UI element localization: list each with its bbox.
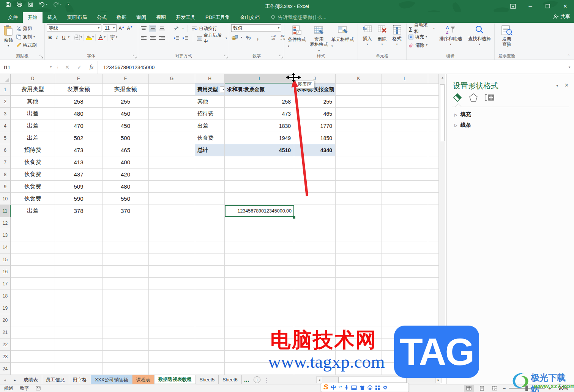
grid-cell[interactable]: 255 bbox=[102, 96, 149, 108]
grid-cell[interactable]: 378 bbox=[55, 205, 102, 217]
sheet-tab-Sheet5[interactable]: Sheet5 bbox=[196, 375, 219, 384]
grid-cell[interactable] bbox=[336, 278, 382, 290]
grid-cell[interactable] bbox=[428, 278, 439, 290]
grid-cell[interactable] bbox=[102, 229, 149, 241]
grid-cell[interactable] bbox=[149, 193, 195, 205]
grid-cell[interactable] bbox=[149, 302, 195, 314]
grid-cell[interactable] bbox=[428, 253, 439, 266]
grid-cell[interactable] bbox=[102, 363, 149, 375]
row-header-18[interactable]: 18 bbox=[0, 290, 11, 302]
grid-cell[interactable] bbox=[102, 338, 149, 351]
select-all-corner[interactable] bbox=[0, 74, 11, 83]
column-header-L[interactable]: L bbox=[382, 74, 428, 83]
row-header-6[interactable]: 6 bbox=[0, 144, 11, 156]
grid-cell[interactable] bbox=[55, 302, 102, 314]
row-header-16[interactable]: 16 bbox=[0, 266, 11, 278]
insert-function-button[interactable]: fx bbox=[85, 61, 98, 74]
font-size-select[interactable]: 11▾ bbox=[103, 24, 117, 32]
column-header-I[interactable]: I bbox=[225, 74, 294, 83]
format-painter-button[interactable]: 格式刷 bbox=[16, 41, 36, 49]
grid-cell[interactable] bbox=[294, 229, 336, 241]
grid-cell[interactable] bbox=[55, 241, 102, 253]
grid-cell[interactable]: 500 bbox=[102, 132, 149, 144]
grid-cell[interactable] bbox=[149, 156, 195, 168]
grid-cell[interactable] bbox=[382, 144, 428, 156]
grid-cell[interactable] bbox=[102, 314, 149, 326]
pane-close-button[interactable]: ✕ bbox=[565, 82, 569, 88]
borders-button[interactable] bbox=[74, 33, 80, 41]
grid-cell[interactable] bbox=[55, 351, 102, 363]
grid-cell[interactable] bbox=[149, 338, 195, 351]
grid-cell[interactable] bbox=[149, 132, 195, 144]
grid-cell[interactable] bbox=[336, 302, 382, 314]
grid-cell[interactable] bbox=[195, 193, 225, 205]
grid-cell[interactable] bbox=[336, 266, 382, 278]
grid-cell[interactable] bbox=[225, 217, 294, 229]
grid-cell[interactable] bbox=[428, 168, 439, 181]
grid-cell[interactable] bbox=[336, 217, 382, 229]
grid-cell[interactable] bbox=[149, 205, 195, 217]
merge-center-button[interactable]: 合并后居中 ▾ bbox=[197, 34, 227, 43]
grid-cell[interactable] bbox=[428, 290, 439, 302]
grid-cell[interactable] bbox=[428, 156, 439, 168]
grid-cell[interactable] bbox=[225, 314, 294, 326]
grid-cell[interactable]: 590 bbox=[55, 193, 102, 205]
grid-cell[interactable]: 1830 bbox=[225, 120, 294, 132]
row-header-17[interactable]: 17 bbox=[0, 278, 11, 290]
vertical-scroll-thumb[interactable] bbox=[440, 84, 445, 141]
horizontal-scroll-thumb[interactable] bbox=[338, 377, 407, 383]
grid-cell[interactable] bbox=[428, 83, 439, 96]
row-header-4[interactable]: 4 bbox=[0, 120, 11, 132]
grid-cell[interactable]: 509 bbox=[55, 181, 102, 193]
orientation-button[interactable]: ab bbox=[173, 25, 180, 32]
grid-cell[interactable] bbox=[149, 168, 195, 181]
grid-cell[interactable] bbox=[149, 314, 195, 326]
grid-cell[interactable] bbox=[149, 326, 195, 338]
increase-indent-button[interactable] bbox=[182, 35, 189, 42]
column-header-F[interactable]: F bbox=[102, 74, 149, 83]
grid-cell[interactable] bbox=[336, 168, 382, 181]
grid-cell[interactable]: 480 bbox=[102, 181, 149, 193]
shrink-font-button[interactable]: A▼ bbox=[126, 24, 133, 32]
font-dialog-launcher[interactable] bbox=[133, 55, 137, 59]
bold-button[interactable]: B bbox=[47, 33, 54, 41]
grid-cell[interactable] bbox=[428, 314, 439, 326]
grid-cell[interactable] bbox=[336, 144, 382, 156]
grid-cell[interactable] bbox=[382, 168, 428, 181]
ime-keyboard-icon[interactable] bbox=[351, 386, 357, 390]
grid-cell[interactable] bbox=[102, 326, 149, 338]
middle-align-button[interactable] bbox=[149, 25, 156, 32]
alignment-dialog-launcher[interactable] bbox=[224, 55, 228, 59]
grid-cell[interactable] bbox=[428, 241, 439, 253]
ribbon-tab-公式[interactable]: 公式 bbox=[92, 12, 112, 23]
grid-cell[interactable] bbox=[294, 253, 336, 266]
sheet-tab-员工信息[interactable]: 员工信息 bbox=[42, 375, 69, 384]
grid-cell[interactable] bbox=[11, 351, 55, 363]
grid-cell[interactable]: 费用类型▾ bbox=[195, 83, 225, 96]
grid-cell[interactable]: 出差 bbox=[195, 120, 225, 132]
grid-cell[interactable] bbox=[195, 229, 225, 241]
grid-cell[interactable] bbox=[336, 290, 382, 302]
column-header-H[interactable]: H bbox=[195, 74, 225, 83]
align-left-button[interactable] bbox=[140, 35, 147, 42]
grid-cell[interactable] bbox=[382, 156, 428, 168]
grid-cell[interactable] bbox=[336, 193, 382, 205]
grid-cell[interactable] bbox=[336, 132, 382, 144]
grid-cell[interactable] bbox=[336, 120, 382, 132]
grid-cell[interactable] bbox=[55, 217, 102, 229]
grid-cell[interactable] bbox=[336, 181, 382, 193]
grid-cell[interactable] bbox=[55, 338, 102, 351]
grid-cell[interactable] bbox=[11, 338, 55, 351]
grid-cell[interactable] bbox=[195, 181, 225, 193]
grid-cell[interactable]: 发票金额 bbox=[55, 83, 102, 96]
clear-button[interactable]: 清除 ▾ bbox=[408, 41, 435, 49]
grid-cell[interactable] bbox=[336, 253, 382, 266]
grid-cell[interactable] bbox=[336, 96, 382, 108]
grid-cell[interactable] bbox=[11, 253, 55, 266]
grid-cell[interactable]: 465 bbox=[294, 108, 336, 120]
format-cells-button[interactable]: 格式▾ bbox=[391, 24, 404, 47]
ribbon-tab-金山文档[interactable]: 金山文档 bbox=[235, 12, 265, 23]
grid-cell[interactable] bbox=[195, 290, 225, 302]
grid-cell[interactable] bbox=[382, 132, 428, 144]
grid-cell[interactable] bbox=[195, 217, 225, 229]
